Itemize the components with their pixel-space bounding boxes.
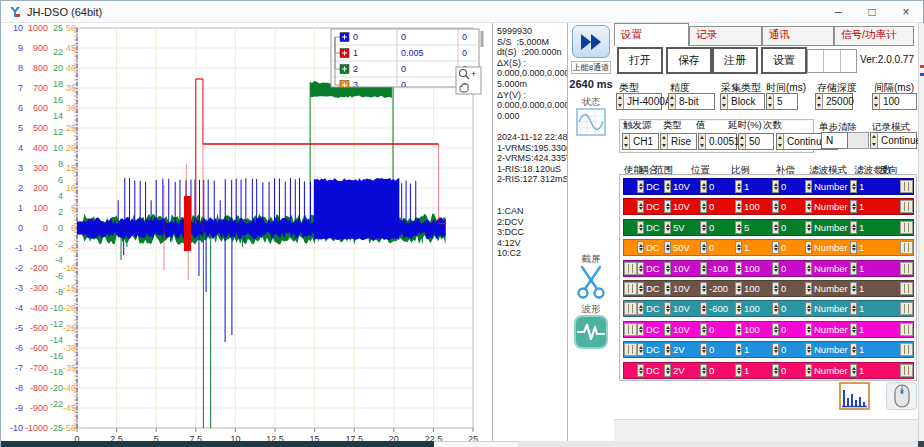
spinner-icon[interactable] xyxy=(805,343,812,356)
filter-param-cell[interactable]: 1 xyxy=(857,240,871,255)
spinner-icon[interactable] xyxy=(700,180,707,193)
enable-indicator[interactable] xyxy=(624,220,637,235)
chart-zoom-toolbar[interactable]: + xyxy=(456,67,481,94)
scale-cell[interactable]: 1 xyxy=(742,179,772,194)
button-注册[interactable]: 注册 xyxy=(712,47,758,74)
spinner-icon[interactable] xyxy=(772,180,779,193)
channel-row-10[interactable]: DC2V010Number1 xyxy=(623,362,914,379)
spinner-icon[interactable] xyxy=(735,221,742,234)
button-设置[interactable]: 设置 xyxy=(761,47,807,74)
spinner-icon[interactable] xyxy=(637,262,644,275)
spinner-icon[interactable] xyxy=(735,262,742,275)
range-cell[interactable]: 10V xyxy=(671,199,700,214)
filter-mode-cell[interactable]: Number xyxy=(812,301,850,316)
scale-cell[interactable]: 1 xyxy=(742,240,772,255)
trigger-input-触发源[interactable]: CH1 xyxy=(622,133,659,150)
spinner-icon[interactable] xyxy=(664,221,671,234)
spinner-icon[interactable] xyxy=(850,241,857,254)
range-cell[interactable]: 50V xyxy=(671,240,700,255)
spinner-icon[interactable] xyxy=(805,200,812,213)
spinner-icon[interactable] xyxy=(735,364,742,377)
coupling-cell[interactable]: DC xyxy=(644,220,664,235)
filter-mode-cell[interactable]: Number xyxy=(812,179,850,194)
invert-toggle[interactable] xyxy=(900,364,913,377)
spinner-icon[interactable] xyxy=(772,323,779,336)
range-cell[interactable]: 10V xyxy=(671,281,700,296)
coupling-cell[interactable]: DC xyxy=(644,342,664,357)
run-fast-forward-button[interactable] xyxy=(572,25,610,58)
invert-toggle[interactable] xyxy=(900,180,913,193)
spinner-icon[interactable] xyxy=(850,200,857,213)
spinner-icon[interactable] xyxy=(664,282,671,295)
filter-param-cell[interactable]: 1 xyxy=(857,261,871,276)
spinner-icon[interactable] xyxy=(739,134,746,149)
enable-toggle[interactable] xyxy=(624,262,637,275)
spinner-icon[interactable] xyxy=(735,282,742,295)
compensation-cell[interactable]: 0 xyxy=(779,199,805,214)
position-cell[interactable]: 0 xyxy=(707,220,735,235)
invert-toggle[interactable] xyxy=(900,221,913,234)
spinner-icon[interactable] xyxy=(735,302,742,315)
coupling-cell[interactable]: DC xyxy=(644,179,664,194)
trigger-input-延时(%)[interactable]: 50 xyxy=(738,133,774,150)
compensation-cell[interactable]: 0 xyxy=(779,363,805,378)
spinner-icon[interactable] xyxy=(735,323,742,336)
enable-indicator[interactable] xyxy=(624,179,637,194)
position-cell[interactable]: -100 xyxy=(707,261,735,276)
spinner-icon[interactable] xyxy=(637,282,644,295)
spinner-icon[interactable] xyxy=(637,200,644,213)
screenshot-scissors-icon[interactable] xyxy=(575,264,607,304)
range-cell[interactable]: 2V xyxy=(671,363,700,378)
spinner-icon[interactable] xyxy=(637,180,644,193)
filter-mode-cell[interactable]: Number xyxy=(812,363,850,378)
range-cell[interactable]: 5V xyxy=(671,220,700,235)
spinner-icon[interactable] xyxy=(623,134,630,149)
filter-mode-cell[interactable]: Number xyxy=(812,281,850,296)
scale-cell[interactable]: 100 xyxy=(742,281,772,296)
field-input-采集类型[interactable]: Block xyxy=(720,93,765,110)
scale-cell[interactable]: 100 xyxy=(742,261,772,276)
mouse-control-button[interactable] xyxy=(886,382,917,410)
minimize-button[interactable]: – xyxy=(821,1,855,22)
compensation-cell[interactable]: 0 xyxy=(779,281,805,296)
enable-indicator[interactable] xyxy=(624,363,637,378)
horizontal-scrollbar[interactable] xyxy=(1,441,924,447)
spinner-icon[interactable] xyxy=(700,221,707,234)
scale-cell[interactable]: 1 xyxy=(742,363,772,378)
spinner-icon[interactable] xyxy=(637,343,644,356)
spinner-icon[interactable] xyxy=(637,241,644,254)
spinner-icon[interactable] xyxy=(772,241,779,254)
coupling-cell[interactable]: DC xyxy=(644,281,664,296)
filter-mode-cell[interactable]: Number xyxy=(812,240,850,255)
channel-row-6[interactable]: DC10V-2001000Number1 xyxy=(623,280,914,297)
invert-toggle[interactable] xyxy=(900,302,913,315)
step-clear-button[interactable] xyxy=(848,132,869,149)
spinner-icon[interactable] xyxy=(850,282,857,295)
filter-param-cell[interactable]: 1 xyxy=(857,220,871,235)
spinner-icon[interactable] xyxy=(772,364,779,377)
spinner-icon[interactable] xyxy=(700,262,707,275)
enable-indicator[interactable] xyxy=(624,240,637,255)
channel-row-2[interactable]: DC10V01000Number1 xyxy=(623,198,914,215)
spinner-icon[interactable] xyxy=(777,134,784,149)
oscilloscope-chart-area[interactable]: 02.557.51012.51517.52022.525109876543210… xyxy=(1,23,492,441)
spinner-icon[interactable] xyxy=(700,364,707,377)
field-input-存储深度[interactable]: 25000 xyxy=(815,93,853,110)
field-input-类型[interactable]: JH-4000A xyxy=(616,93,662,110)
spinner-icon[interactable] xyxy=(772,282,779,295)
waveform-chart[interactable]: 02.557.51012.51517.52022.525109876543210… xyxy=(1,23,492,441)
spinner-icon[interactable] xyxy=(772,343,779,356)
position-cell[interactable]: 0 xyxy=(707,199,735,214)
channel-row-8[interactable]: DC10V01000Number1 xyxy=(623,321,914,338)
spinner-icon[interactable] xyxy=(735,241,742,254)
spinner-icon[interactable] xyxy=(850,221,857,234)
spinner-icon[interactable] xyxy=(873,94,880,109)
spinner-icon[interactable] xyxy=(721,94,728,109)
spinner-icon[interactable] xyxy=(700,282,707,295)
spinner-icon[interactable] xyxy=(664,302,671,315)
spinner-icon[interactable] xyxy=(772,221,779,234)
spinner-icon[interactable] xyxy=(700,302,707,315)
spinner-icon[interactable] xyxy=(805,282,812,295)
compensation-cell[interactable]: 0 xyxy=(779,301,805,316)
spinner-icon[interactable] xyxy=(767,94,774,109)
